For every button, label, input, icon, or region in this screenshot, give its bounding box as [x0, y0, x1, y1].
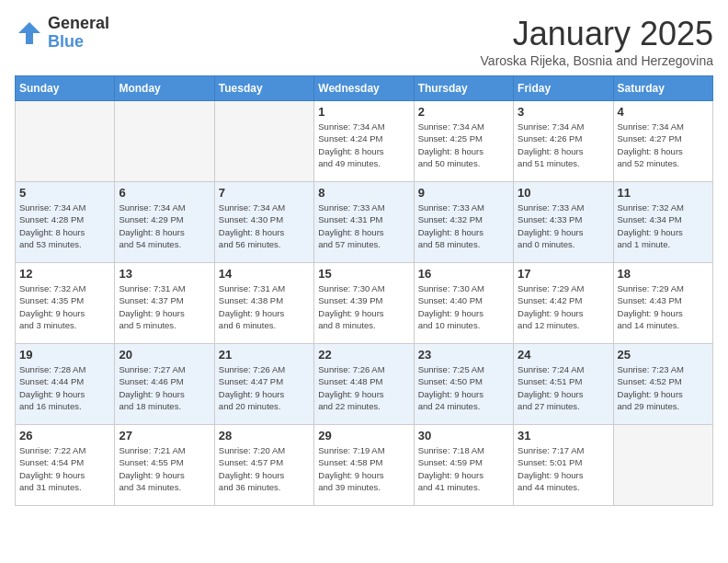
day-number: 21 [219, 348, 310, 362]
calendar-cell: 18Sunrise: 7:29 AM Sunset: 4:43 PM Dayli… [613, 263, 712, 344]
day-number: 17 [518, 267, 609, 281]
day-number: 29 [318, 429, 409, 442]
calendar-cell: 28Sunrise: 7:20 AM Sunset: 4:57 PM Dayli… [214, 425, 313, 506]
day-number: 28 [219, 429, 310, 442]
calendar-header-row: SundayMondayTuesdayWednesdayThursdayFrid… [16, 76, 713, 101]
day-number: 11 [618, 186, 709, 200]
calendar-week-row: 26Sunrise: 7:22 AM Sunset: 4:54 PM Dayli… [16, 425, 713, 506]
calendar-cell: 31Sunrise: 7:17 AM Sunset: 5:01 PM Dayli… [514, 425, 613, 506]
day-info: Sunrise: 7:31 AM Sunset: 4:37 PM Dayligh… [119, 282, 210, 331]
day-info: Sunrise: 7:34 AM Sunset: 4:30 PM Dayligh… [219, 201, 310, 250]
svg-marker-0 [18, 22, 40, 44]
day-number: 19 [19, 348, 110, 362]
calendar-cell: 16Sunrise: 7:30 AM Sunset: 4:40 PM Dayli… [414, 263, 513, 344]
day-number: 2 [418, 105, 509, 119]
calendar-cell: 27Sunrise: 7:21 AM Sunset: 4:55 PM Dayli… [115, 425, 214, 506]
calendar-week-row: 5Sunrise: 7:34 AM Sunset: 4:28 PM Daylig… [16, 182, 713, 263]
day-info: Sunrise: 7:19 AM Sunset: 4:58 PM Dayligh… [318, 444, 409, 493]
day-info: Sunrise: 7:34 AM Sunset: 4:25 PM Dayligh… [418, 121, 509, 169]
day-number: 5 [19, 186, 110, 200]
calendar-cell [115, 101, 214, 182]
calendar-cell [214, 101, 313, 182]
weekday-header: Monday [115, 76, 214, 101]
day-number: 23 [418, 348, 509, 362]
calendar-week-row: 12Sunrise: 7:32 AM Sunset: 4:35 PM Dayli… [16, 263, 713, 344]
weekday-header: Tuesday [214, 76, 313, 101]
calendar-week-row: 19Sunrise: 7:28 AM Sunset: 4:44 PM Dayli… [16, 344, 713, 425]
day-info: Sunrise: 7:18 AM Sunset: 4:59 PM Dayligh… [418, 444, 509, 493]
day-info: Sunrise: 7:33 AM Sunset: 4:32 PM Dayligh… [418, 201, 509, 250]
day-number: 7 [219, 186, 310, 200]
day-number: 6 [119, 186, 210, 200]
day-number: 18 [618, 267, 709, 281]
day-info: Sunrise: 7:32 AM Sunset: 4:35 PM Dayligh… [19, 282, 110, 331]
calendar-cell: 6Sunrise: 7:34 AM Sunset: 4:29 PM Daylig… [115, 182, 214, 263]
title-block: January 2025 Varoska Rijeka, Bosnia and … [481, 15, 713, 68]
day-number: 14 [219, 267, 310, 281]
day-info: Sunrise: 7:23 AM Sunset: 4:52 PM Dayligh… [618, 363, 709, 412]
day-number: 15 [318, 267, 409, 281]
weekday-header: Wednesday [314, 76, 414, 101]
logo-text: General Blue [48, 15, 109, 52]
calendar-cell: 30Sunrise: 7:18 AM Sunset: 4:59 PM Dayli… [414, 425, 513, 506]
calendar-cell: 20Sunrise: 7:27 AM Sunset: 4:46 PM Dayli… [115, 344, 214, 425]
calendar-cell: 25Sunrise: 7:23 AM Sunset: 4:52 PM Dayli… [613, 344, 712, 425]
day-info: Sunrise: 7:30 AM Sunset: 4:39 PM Dayligh… [318, 282, 409, 331]
month-title: January 2025 [481, 15, 713, 53]
calendar-cell: 22Sunrise: 7:26 AM Sunset: 4:48 PM Dayli… [314, 344, 414, 425]
calendar-cell: 4Sunrise: 7:34 AM Sunset: 4:27 PM Daylig… [613, 101, 712, 182]
calendar-cell: 3Sunrise: 7:34 AM Sunset: 4:26 PM Daylig… [514, 101, 613, 182]
weekday-header: Sunday [16, 76, 115, 101]
calendar-cell: 11Sunrise: 7:32 AM Sunset: 4:34 PM Dayli… [613, 182, 712, 263]
day-info: Sunrise: 7:32 AM Sunset: 4:34 PM Dayligh… [618, 201, 709, 250]
day-info: Sunrise: 7:29 AM Sunset: 4:43 PM Dayligh… [618, 282, 709, 331]
day-number: 9 [418, 186, 509, 200]
calendar-cell: 26Sunrise: 7:22 AM Sunset: 4:54 PM Dayli… [16, 425, 115, 506]
calendar-cell: 13Sunrise: 7:31 AM Sunset: 4:37 PM Dayli… [115, 263, 214, 344]
day-number: 3 [518, 105, 609, 119]
day-number: 25 [618, 348, 709, 362]
day-info: Sunrise: 7:34 AM Sunset: 4:29 PM Dayligh… [119, 201, 210, 250]
page-header: General Blue January 2025 Varoska Rijeka… [15, 15, 713, 68]
day-info: Sunrise: 7:24 AM Sunset: 4:51 PM Dayligh… [518, 363, 609, 412]
weekday-header: Saturday [613, 76, 712, 101]
day-number: 30 [418, 429, 509, 442]
day-info: Sunrise: 7:20 AM Sunset: 4:57 PM Dayligh… [219, 444, 310, 493]
day-number: 22 [318, 348, 409, 362]
logo-icon [15, 18, 44, 48]
calendar-cell: 12Sunrise: 7:32 AM Sunset: 4:35 PM Dayli… [16, 263, 115, 344]
day-number: 4 [618, 105, 709, 119]
day-info: Sunrise: 7:29 AM Sunset: 4:42 PM Dayligh… [518, 282, 609, 331]
calendar-cell: 10Sunrise: 7:33 AM Sunset: 4:33 PM Dayli… [514, 182, 613, 263]
calendar-cell: 2Sunrise: 7:34 AM Sunset: 4:25 PM Daylig… [414, 101, 513, 182]
day-number: 31 [518, 429, 609, 442]
calendar-cell: 19Sunrise: 7:28 AM Sunset: 4:44 PM Dayli… [16, 344, 115, 425]
day-info: Sunrise: 7:25 AM Sunset: 4:50 PM Dayligh… [418, 363, 509, 412]
day-info: Sunrise: 7:26 AM Sunset: 4:48 PM Dayligh… [318, 363, 409, 412]
calendar-cell: 1Sunrise: 7:34 AM Sunset: 4:24 PM Daylig… [314, 101, 414, 182]
day-number: 12 [19, 267, 110, 281]
day-info: Sunrise: 7:33 AM Sunset: 4:33 PM Dayligh… [518, 201, 609, 250]
logo-general: General [48, 15, 109, 33]
calendar-cell: 15Sunrise: 7:30 AM Sunset: 4:39 PM Dayli… [314, 263, 414, 344]
calendar-cell: 23Sunrise: 7:25 AM Sunset: 4:50 PM Dayli… [414, 344, 513, 425]
day-number: 10 [518, 186, 609, 200]
calendar-cell: 24Sunrise: 7:24 AM Sunset: 4:51 PM Dayli… [514, 344, 613, 425]
calendar-week-row: 1Sunrise: 7:34 AM Sunset: 4:24 PM Daylig… [16, 101, 713, 182]
day-info: Sunrise: 7:31 AM Sunset: 4:38 PM Dayligh… [219, 282, 310, 331]
day-info: Sunrise: 7:22 AM Sunset: 4:54 PM Dayligh… [19, 444, 110, 493]
day-number: 8 [318, 186, 409, 200]
day-number: 13 [119, 267, 210, 281]
calendar-cell: 14Sunrise: 7:31 AM Sunset: 4:38 PM Dayli… [214, 263, 313, 344]
logo: General Blue [15, 15, 109, 52]
calendar-cell: 7Sunrise: 7:34 AM Sunset: 4:30 PM Daylig… [214, 182, 313, 263]
day-info: Sunrise: 7:21 AM Sunset: 4:55 PM Dayligh… [119, 444, 210, 493]
calendar-cell [613, 425, 712, 506]
day-info: Sunrise: 7:26 AM Sunset: 4:47 PM Dayligh… [219, 363, 310, 412]
day-info: Sunrise: 7:34 AM Sunset: 4:27 PM Dayligh… [618, 121, 709, 169]
day-info: Sunrise: 7:17 AM Sunset: 5:01 PM Dayligh… [518, 444, 609, 493]
calendar-cell [16, 101, 115, 182]
day-info: Sunrise: 7:34 AM Sunset: 4:28 PM Dayligh… [19, 201, 110, 250]
day-info: Sunrise: 7:27 AM Sunset: 4:46 PM Dayligh… [119, 363, 210, 412]
day-info: Sunrise: 7:34 AM Sunset: 4:24 PM Dayligh… [318, 121, 409, 169]
